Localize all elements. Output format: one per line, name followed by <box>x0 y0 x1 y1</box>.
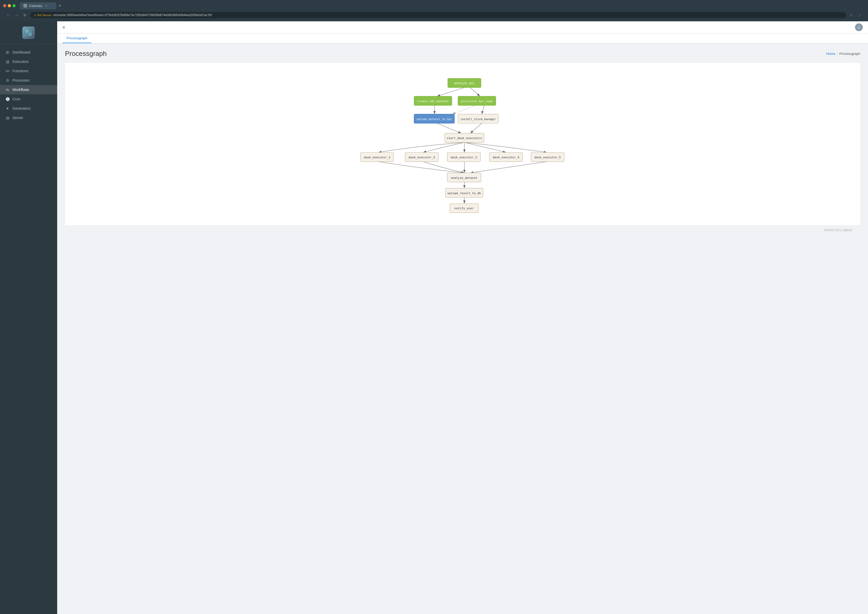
executors-icon: ▤ <box>5 59 10 64</box>
svg-text:upload_result_to_db: upload_result_to_db <box>447 192 481 195</box>
svg-text:dask_executor_5: dask_executor_5 <box>534 156 561 159</box>
sidebar-item-label: Dashboard <box>12 50 30 54</box>
url-text: rocinante:3000/workflow?workflowid=2f79c… <box>53 13 212 17</box>
traffic-lights <box>3 4 16 7</box>
breadcrumb-home[interactable]: Home <box>826 52 835 56</box>
svg-text:notify_user: notify_user <box>454 207 474 210</box>
sidebar-item-workflows[interactable]: ⇆ Workflows <box>0 85 57 95</box>
app-container: ⊞ Dashboard ▤ Executors </> Functions ⚙ … <box>0 21 868 614</box>
workflows-icon: ⇆ <box>5 87 10 92</box>
minimize-button[interactable] <box>8 4 11 7</box>
maximize-button[interactable] <box>12 4 16 7</box>
sidebar: ⊞ Dashboard ▤ Executors </> Functions ⚙ … <box>0 21 57 614</box>
page-content: Processgraph Home / Processgraph <box>57 43 868 614</box>
svg-text:dask_executor_4: dask_executor_4 <box>493 156 519 159</box>
svg-line-11 <box>437 123 461 133</box>
hamburger-icon[interactable]: ≡ <box>62 25 65 30</box>
sidebar-item-label: Cron <box>12 97 20 101</box>
processes-icon: ⚙ <box>5 78 10 83</box>
sidebar-item-executors[interactable]: ▤ Executors <box>0 57 57 66</box>
svg-text:upload_dataset_to_hpc: upload_dataset_to_hpc <box>417 118 452 121</box>
main-header: ≡ U <box>57 21 868 34</box>
sidebar-item-server[interactable]: ▤ Server <box>0 113 57 122</box>
sidebar-item-functions[interactable]: </> Functions <box>0 66 57 76</box>
page-title-row: Processgraph Home / Processgraph <box>65 50 860 58</box>
sidebar-item-label: Processes <box>12 78 29 82</box>
version-text: Version 0.0.1-alpha1 <box>824 228 852 232</box>
generators-icon: ♥ <box>5 106 10 111</box>
security-warning: ⚠ Not Secure <box>34 14 51 17</box>
svg-line-9 <box>453 105 475 114</box>
browser-titlebar: Colonies ✕ + <box>3 2 865 9</box>
cron-icon: 🕐 <box>5 97 10 101</box>
svg-text:install_slurm_manager: install_slurm_manager <box>460 118 496 121</box>
browser-nav: ← → ↻ ⚠ Not Secure rocinante:3000/workfl… <box>3 11 865 19</box>
sidebar-item-processes[interactable]: ⚙ Processes <box>0 76 57 85</box>
svg-line-12 <box>470 123 482 133</box>
tab-strip: Processgraph <box>57 34 868 43</box>
svg-line-10 <box>482 105 484 114</box>
sidebar-item-cron[interactable]: 🕐 Cron <box>0 95 57 104</box>
back-button[interactable]: ← <box>5 12 11 18</box>
forward-button[interactable]: → <box>14 12 20 18</box>
svg-line-6 <box>437 88 464 96</box>
dashboard-icon: ⊞ <box>5 50 10 54</box>
tab-favicon <box>23 4 27 8</box>
close-button[interactable] <box>3 4 6 7</box>
tab-label: Colonies <box>29 4 42 8</box>
sidebar-nav: ⊞ Dashboard ▤ Executors </> Functions ⚙ … <box>0 45 57 614</box>
browser-chrome: Colonies ✕ + ← → ↻ ⚠ Not Secure rocinant… <box>0 0 868 21</box>
breadcrumb: Home / Processgraph <box>826 52 860 56</box>
svg-line-7 <box>470 88 480 96</box>
functions-icon: </> <box>5 69 10 73</box>
tab-processgraph[interactable]: Processgraph <box>62 34 91 43</box>
sidebar-item-label: Server <box>12 116 23 120</box>
sidebar-item-generators[interactable]: ♥ Generators <box>0 104 57 113</box>
sidebar-item-label: Generators <box>12 106 31 110</box>
version-footer: Version 0.0.1-alpha1 <box>65 225 860 235</box>
svg-text:start_dask_executors: start_dask_executors <box>447 136 482 140</box>
svg-text:provision_hpc_vega: provision_hpc_vega <box>461 99 493 103</box>
main-content: ≡ U Processgraph Processgraph Home / Pro… <box>57 21 868 614</box>
svg-text:analyze_dataset: analyze_dataset <box>451 176 477 180</box>
svg-text:dask_executor_2: dask_executor_2 <box>451 156 477 159</box>
new-tab-button[interactable]: + <box>56 2 64 9</box>
breadcrumb-current: Processgraph <box>839 52 860 56</box>
bookmarks-button[interactable]: ☆ <box>848 12 854 18</box>
svg-rect-1 <box>29 29 32 33</box>
page-title: Processgraph <box>65 50 107 58</box>
server-icon: ▤ <box>5 115 10 120</box>
sidebar-item-label: Workflows <box>12 88 29 92</box>
user-avatar[interactable]: U <box>855 23 863 31</box>
sidebar-item-label: Executors <box>12 59 29 64</box>
graph-container: analyze_aoi create_odc_dataset provision… <box>65 63 860 225</box>
svg-text:create_odc_dataset: create_odc_dataset <box>417 99 449 103</box>
sidebar-item-label: Functions <box>12 69 28 73</box>
address-bar[interactable]: ⚠ Not Secure rocinante:3000/workflow?wor… <box>30 12 846 18</box>
browser-tab[interactable]: Colonies ✕ <box>20 2 56 9</box>
svg-text:dask_executor_3: dask_executor_3 <box>409 156 435 159</box>
logo-icon <box>22 26 35 39</box>
svg-text:analyze_aoi: analyze_aoi <box>454 81 474 85</box>
svg-rect-3 <box>29 33 32 36</box>
tab-close-button[interactable]: ✕ <box>45 4 48 8</box>
svg-rect-0 <box>25 29 29 33</box>
more-button[interactable]: ⋮ <box>857 12 863 18</box>
reload-button[interactable]: ↻ <box>22 12 28 18</box>
process-graph: analyze_aoi create_odc_dataset provision… <box>73 71 852 216</box>
sidebar-item-dashboard[interactable]: ⊞ Dashboard <box>0 48 57 57</box>
tab-bar: Colonies ✕ + <box>20 2 865 9</box>
sidebar-logo <box>0 21 57 45</box>
breadcrumb-separator: / <box>837 52 838 56</box>
svg-text:dask_executor_1: dask_executor_1 <box>364 156 391 159</box>
svg-rect-2 <box>25 33 29 36</box>
